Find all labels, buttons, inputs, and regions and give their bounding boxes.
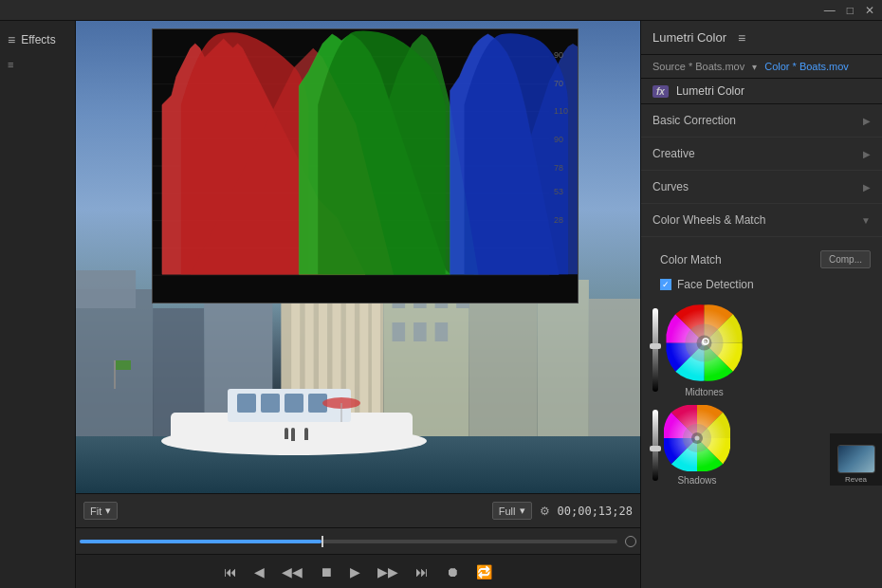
face-detect-row: ✓ Face Detection <box>652 274 871 295</box>
reveal-badge: Revea <box>830 433 882 486</box>
section-color-wheels-arrow: ▼ <box>861 215 871 226</box>
sidebar-header: ≡ Effects <box>0 28 75 51</box>
tab-color[interactable]: Color * Boats.mov <box>764 61 849 72</box>
midtones-slider-thumb[interactable] <box>650 343 661 349</box>
shadows-wheel-container: Shadows <box>664 405 730 486</box>
go-to-start-button[interactable]: ⏮ <box>220 562 241 581</box>
playhead <box>322 536 323 547</box>
record-button[interactable]: ⏺ <box>442 562 463 581</box>
svg-rect-16 <box>469 289 538 441</box>
main-layout: ≡ Effects ≡ <box>0 21 882 588</box>
play-button[interactable]: ▶ <box>346 562 364 581</box>
video-controls: Fit ▾ Full ▾ ⚙ 00;00;13;28 <box>76 493 640 527</box>
center-area: 90 70 110 90 78 53 28 Fit ▾ Full ▾ <box>76 21 640 588</box>
section-basic-correction[interactable]: Basic Correction ▶ <box>641 104 882 138</box>
timeline-end-marker[interactable] <box>625 536 636 547</box>
section-creative[interactable]: Creative ▶ <box>641 138 882 171</box>
video-container: 90 70 110 90 78 53 28 <box>76 21 640 493</box>
svg-text:53: 53 <box>554 187 563 196</box>
people-silhouettes <box>285 428 308 441</box>
section-creative-label: Creative <box>652 147 695 160</box>
section-creative-arrow: ▶ <box>863 149 871 159</box>
svg-text:28: 28 <box>554 215 563 225</box>
color-match-row: Color Match Comp... <box>652 245 871 274</box>
wrench-icon[interactable]: ⚙ <box>540 505 550 518</box>
svg-rect-26 <box>435 322 449 341</box>
section-color-wheels-label: Color Wheels & Match <box>652 213 765 227</box>
svg-rect-30 <box>237 394 256 413</box>
fx-name: Lumetri Color <box>676 84 744 98</box>
step-back-button[interactable]: ◀ <box>250 562 268 581</box>
midtones-wheel-container: Midtones <box>664 303 744 397</box>
svg-text:110: 110 <box>554 106 568 116</box>
quality-dropdown[interactable]: Full ▾ <box>492 502 532 520</box>
shadows-wheel-label: Shadows <box>677 475 716 486</box>
lumetri-header: Lumetri Color ≡ <box>641 21 882 55</box>
svg-text:90: 90 <box>554 50 563 60</box>
midtones-section: Midtones <box>652 303 871 397</box>
minimize-button[interactable]: — <box>824 4 836 17</box>
section-curves-arrow: ▶ <box>863 182 871 193</box>
flag <box>114 360 131 370</box>
shadows-wheel-svg[interactable] <box>664 405 730 471</box>
svg-text:90: 90 <box>554 135 563 144</box>
face-detection-checkbox[interactable]: ✓ <box>660 279 671 290</box>
hamburger-icon[interactable]: ≡ <box>8 32 15 47</box>
color-wheels-section: Color Match Comp... ✓ Face Detection <box>641 237 882 493</box>
waveform-svg: 90 70 110 90 78 53 28 <box>153 29 578 303</box>
go-to-end-button[interactable]: ⏭ <box>412 562 432 581</box>
boat-svg <box>152 370 436 455</box>
timeline-progress <box>80 540 322 543</box>
face-detect-label: Face Detection <box>677 278 754 291</box>
reveal-text: Revea <box>845 475 867 484</box>
compare-button[interactable]: Comp... <box>820 250 871 268</box>
left-sidebar: ≡ Effects ≡ <box>0 21 76 588</box>
shadows-slider[interactable] <box>652 410 658 481</box>
svg-rect-32 <box>285 394 303 413</box>
top-bar: — □ ✕ <box>0 0 882 21</box>
svg-text:78: 78 <box>554 163 563 173</box>
tab-source[interactable]: Source * Boats.mov <box>652 61 744 72</box>
fast-forward-button[interactable]: ▶▶ <box>374 562 402 581</box>
svg-rect-1 <box>76 270 136 308</box>
sidebar-title: Effects <box>21 33 55 46</box>
loop-button[interactable]: 🔁 <box>472 562 496 581</box>
source-tabs: Source * Boats.mov ▾ Color * Boats.mov <box>641 55 882 79</box>
section-curves-label: Curves <box>652 180 689 193</box>
lumetri-menu-icon[interactable]: ≡ <box>738 30 745 46</box>
close-button[interactable]: ✕ <box>865 4 874 17</box>
waveform-overlay: 90 70 110 90 78 53 28 <box>152 28 579 303</box>
fit-dropdown[interactable]: Fit ▾ <box>83 502 118 520</box>
sidebar-list-icon[interactable]: ≡ <box>0 55 75 74</box>
midtones-wheel-svg[interactable] <box>664 303 744 383</box>
shadows-slider-thumb[interactable] <box>650 446 661 451</box>
section-curves[interactable]: Curves ▶ <box>641 171 882 204</box>
svg-rect-24 <box>393 322 406 341</box>
section-basic-correction-label: Basic Correction <box>652 114 736 127</box>
svg-rect-25 <box>413 322 427 341</box>
svg-point-62 <box>695 436 700 441</box>
midtones-slider[interactable] <box>652 308 658 392</box>
svg-rect-18 <box>589 299 640 441</box>
reveal-thumbnail <box>837 445 875 473</box>
svg-rect-31 <box>261 394 280 413</box>
timeline[interactable] <box>76 527 640 554</box>
section-color-wheels[interactable]: Color Wheels & Match ▼ <box>641 204 882 237</box>
color-match-label: Color Match <box>652 253 722 266</box>
fx-badge: fx <box>652 85 669 98</box>
svg-text:70: 70 <box>554 79 563 88</box>
shadows-section: Shadows Revea <box>652 405 871 486</box>
fx-row: fx Lumetri Color <box>641 79 882 104</box>
section-basic-correction-arrow: ▶ <box>863 116 871 126</box>
transport-controls: ⏮ ◀ ◀◀ ⏹ ▶ ▶▶ ⏭ ⏺ 🔁 <box>76 554 640 588</box>
stop-button[interactable]: ⏹ <box>316 562 337 581</box>
midtones-wheel-label: Midtones <box>685 387 724 397</box>
lumetri-title: Lumetri Color <box>652 30 726 45</box>
timeline-bar[interactable] <box>80 540 617 543</box>
timecode: 00;00;13;28 <box>558 505 633 518</box>
svg-rect-17 <box>538 280 589 441</box>
play-reverse-button[interactable]: ◀◀ <box>278 562 306 581</box>
source-dropdown[interactable]: ▾ <box>752 62 757 72</box>
maximize-button[interactable]: □ <box>847 4 854 17</box>
right-panel: Lumetri Color ≡ Source * Boats.mov ▾ Col… <box>640 21 882 588</box>
